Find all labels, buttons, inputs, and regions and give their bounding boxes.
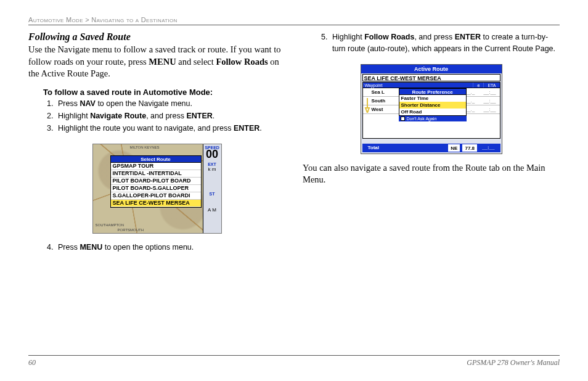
steps-heading: To follow a saved route in Automotive Mo…: [43, 88, 285, 97]
route-preference-title: Route Preference: [399, 88, 467, 95]
step-1: Press NAV to open the Navigate menu.: [55, 98, 285, 110]
closing-paragraph: You can also navigate a saved route from…: [303, 162, 560, 186]
checkbox-icon: [401, 117, 405, 121]
km-label: k m: [203, 166, 221, 172]
col-eta: ETA: [483, 83, 499, 88]
breadcrumb-b: Navigating to a Destination: [91, 16, 177, 23]
am-label: A M: [203, 207, 221, 213]
active-route-total: Total NE 77.8 __:__: [362, 144, 500, 152]
steps-list-right: Highlight Follow Roads, and press ENTER …: [330, 31, 560, 55]
route-item: GPSMAP TOUR: [111, 163, 201, 170]
step-2: Highlight Navigate Route, and press ENTE…: [55, 110, 285, 122]
section-title: Following a Saved Route: [28, 31, 285, 43]
step-4: Press MENU to open the options menu.: [55, 242, 285, 253]
page-number: 60: [28, 358, 36, 367]
route-item: PILOT BOARD-PILOT BOARD: [111, 178, 201, 185]
breadcrumb-a: Automotive Mode: [28, 16, 83, 23]
active-route-title: Active Route: [361, 65, 502, 73]
total-dist: 77.8: [462, 144, 477, 152]
intro-paragraph: Use the Navigate menu to follow a saved …: [28, 44, 285, 80]
select-route-screenshot: MILTON KEYNES SOUTHAMPTON PORTSMOUTH SPE…: [92, 144, 222, 234]
kw-follow-roads: Follow Roads: [216, 57, 267, 67]
step-3: Highlight the route you want to navigate…: [55, 123, 285, 134]
step-5: Highlight Follow Roads, and press ENTER …: [330, 31, 560, 55]
figure-2: Active Route SEA LIFE CE-WEST MERSEA Way…: [303, 64, 560, 156]
dont-ask-again: Don't Ask Again: [399, 116, 467, 122]
page-footer: 60 GPSMAP 278 Owner's Manual: [28, 355, 560, 367]
active-route-columns: Waypoint e ETA: [362, 82, 500, 88]
route-item-selected: SEA LIFE CE-WEST MERSEA: [111, 200, 201, 207]
total-label: Total: [364, 144, 447, 152]
col-mid: e: [473, 83, 483, 88]
ext-label: EXT: [203, 162, 221, 166]
active-route-screenshot: Active Route SEA LIFE CE-WEST MERSEA Way…: [361, 64, 502, 154]
speed-value: 00: [203, 150, 221, 158]
kw-menu: MENU: [149, 57, 176, 67]
pref-item-selected: Shorter Distance: [399, 102, 466, 109]
total-eta: __:__: [478, 144, 498, 152]
breadcrumb-sep: >: [85, 16, 89, 23]
route-item: INTERTIDAL -INTERTIDAL: [111, 170, 201, 178]
active-route-body: Sea L__.___:__ South__.___:__ West__.___…: [362, 88, 500, 139]
map-label-bl: SOUTHAMPTON: [96, 223, 125, 227]
intro-text2: and select: [176, 57, 216, 67]
route-arrow-icon: [364, 98, 370, 113]
steps-list-cont: Press MENU to open the options menu.: [55, 242, 285, 253]
map-label-top: MILTON KEYNES: [130, 145, 160, 149]
route-item: PILOT BOARD-S.GALLOPER: [111, 185, 201, 192]
active-route-name: SEA LIFE CE-WEST MERSEA: [362, 74, 500, 81]
map-label-bl2: PORTSMOUTH: [118, 228, 144, 232]
pref-item: Off Road: [399, 109, 466, 115]
route-item: S.GALLOPER-PILOT BOARDI: [111, 192, 201, 200]
route-preference-list: Faster Time Shorter Distance Off Road: [399, 95, 467, 116]
col-waypoint: Waypoint: [363, 83, 473, 88]
right-info-strip: SPEED 00 EXT k m ST A M: [203, 144, 221, 233]
select-route-list: GPSMAP TOUR INTERTIDAL -INTERTIDAL PILOT…: [110, 163, 202, 208]
steps-list: Press NAV to open the Navigate menu. Hig…: [55, 98, 285, 135]
total-dir: NE: [448, 144, 460, 152]
st-label: ST: [203, 192, 221, 196]
right-column: Highlight Follow Roads, and press ENTER …: [303, 31, 560, 254]
breadcrumb: Automotive Mode > Navigating to a Destin…: [28, 16, 560, 25]
pref-item: Faster Time: [399, 95, 466, 102]
select-route-title: Select Route: [110, 155, 202, 163]
figure-1: MILTON KEYNES SOUTHAMPTON PORTSMOUTH SPE…: [28, 144, 285, 236]
manual-title: GPSMAP 278 Owner's Manual: [467, 358, 560, 367]
left-column: Following a Saved Route Use the Navigate…: [28, 31, 285, 254]
